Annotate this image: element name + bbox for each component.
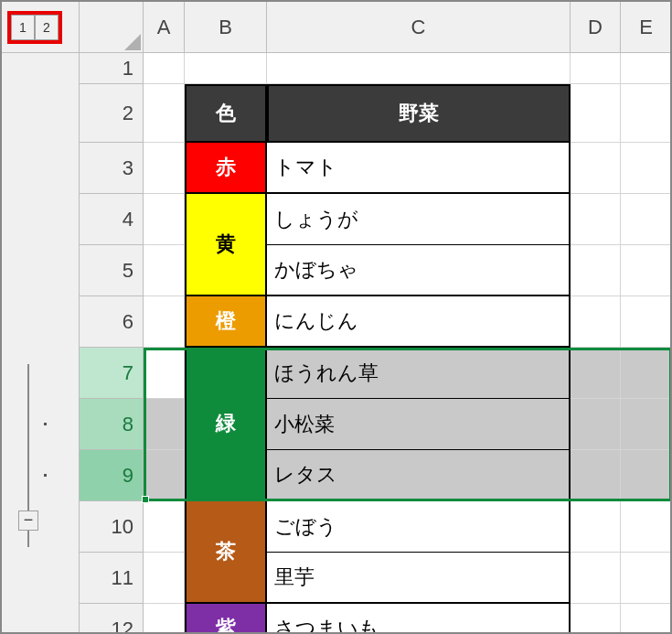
color-cell-黄[interactable]: 黄 <box>185 194 267 296</box>
cell-blank[interactable] <box>571 296 621 348</box>
cell-blank[interactable] <box>621 604 672 634</box>
column-header-B[interactable]: B <box>185 2 267 53</box>
veg-cell[interactable]: かぼちゃ <box>267 245 571 296</box>
outline-level-buttons: 1 2 <box>7 11 62 44</box>
outline-collapse-button[interactable]: − <box>18 510 38 531</box>
veg-cell[interactable]: トマト <box>267 143 571 194</box>
cell-blank[interactable] <box>621 194 672 245</box>
cell-blank[interactable] <box>621 553 672 604</box>
color-cell-赤[interactable]: 赤 <box>185 143 267 194</box>
select-all-corner[interactable] <box>80 2 144 53</box>
cell-blank[interactable] <box>571 604 621 634</box>
cell-blank[interactable] <box>144 53 185 84</box>
outline-dot-icon <box>44 423 47 425</box>
column-header-A[interactable]: A <box>144 2 185 53</box>
row-header-10[interactable]: 10 <box>80 501 144 553</box>
outline-level-1[interactable]: 1 <box>11 15 35 40</box>
cell-blank[interactable] <box>571 194 621 245</box>
cell-blank[interactable] <box>144 399 185 450</box>
cell-blank[interactable] <box>621 450 672 501</box>
cell-blank[interactable] <box>144 348 185 399</box>
excel-window: 1 2 − ABCDE 123456789101112 色野菜赤トマト黄しょうが… <box>0 0 672 634</box>
cell-blank[interactable] <box>144 553 185 604</box>
veg-cell[interactable]: 小松菜 <box>267 399 571 450</box>
cell-blank[interactable] <box>144 84 185 143</box>
cell-blank[interactable] <box>571 348 621 399</box>
veg-cell[interactable]: ほうれん草 <box>267 348 571 399</box>
cell-blank[interactable] <box>621 501 672 553</box>
row-header-7[interactable]: 7 <box>80 348 144 399</box>
cell-blank[interactable] <box>621 143 672 194</box>
column-header-D[interactable]: D <box>571 2 621 53</box>
color-cell-茶[interactable]: 茶 <box>185 501 267 604</box>
veg-cell[interactable]: ごぼう <box>267 501 571 553</box>
cell-blank[interactable] <box>144 501 185 553</box>
cell-blank[interactable] <box>571 399 621 450</box>
cell-blank[interactable] <box>621 245 672 296</box>
outline-level-2[interactable]: 2 <box>35 15 59 40</box>
cell-blank[interactable] <box>621 348 672 399</box>
row-header-8[interactable]: 8 <box>80 399 144 450</box>
row-header-12[interactable]: 12 <box>80 604 144 634</box>
outline-dot-icon <box>44 474 47 477</box>
cell-blank[interactable] <box>144 143 185 194</box>
veg-cell[interactable]: さつまいも <box>267 604 571 634</box>
column-header-C[interactable]: C <box>267 2 571 53</box>
row-header-4[interactable]: 4 <box>80 194 144 245</box>
cell-blank[interactable] <box>185 53 267 84</box>
cell-blank[interactable] <box>571 143 621 194</box>
cell-blank[interactable] <box>267 53 571 84</box>
color-cell-橙[interactable]: 橙 <box>185 296 267 348</box>
cell-blank[interactable] <box>571 53 621 84</box>
row-header-2[interactable]: 2 <box>80 84 144 143</box>
color-cell-緑[interactable]: 緑 <box>185 348 267 501</box>
outline-gutter: − <box>2 53 80 632</box>
header-color[interactable]: 色 <box>185 84 267 143</box>
cell-blank[interactable] <box>571 245 621 296</box>
cell-blank[interactable] <box>571 450 621 501</box>
cell-blank[interactable] <box>621 53 672 84</box>
cell-blank[interactable] <box>144 604 185 634</box>
color-cell-紫[interactable]: 紫 <box>185 604 267 634</box>
grid-area: 色野菜赤トマト黄しょうがかぼちゃ橙にんじん緑ほうれん草小松菜レタス茶ごぼう里芋紫… <box>144 53 670 632</box>
veg-cell[interactable]: しょうが <box>267 194 571 245</box>
cell-blank[interactable] <box>144 296 185 348</box>
row-header-1[interactable]: 1 <box>80 53 144 84</box>
row-header-5[interactable]: 5 <box>80 245 144 296</box>
cell-blank[interactable] <box>144 450 185 501</box>
veg-cell[interactable]: 里芋 <box>267 553 571 604</box>
cell-blank[interactable] <box>144 194 185 245</box>
row-header-11[interactable]: 11 <box>80 553 144 604</box>
veg-cell[interactable]: にんじん <box>267 296 571 348</box>
row-header-6[interactable]: 6 <box>80 296 144 348</box>
cell-blank[interactable] <box>571 501 621 553</box>
veg-cell[interactable]: レタス <box>267 450 571 501</box>
cell-blank[interactable] <box>144 245 185 296</box>
cell-blank[interactable] <box>571 553 621 604</box>
header-veg[interactable]: 野菜 <box>267 84 571 143</box>
row-header-9[interactable]: 9 <box>80 450 144 501</box>
column-header-E[interactable]: E <box>621 2 672 53</box>
cell-blank[interactable] <box>571 84 621 143</box>
cell-blank[interactable] <box>621 84 672 143</box>
cell-blank[interactable] <box>621 399 672 450</box>
cell-blank[interactable] <box>621 296 672 348</box>
row-header-3[interactable]: 3 <box>80 143 144 194</box>
